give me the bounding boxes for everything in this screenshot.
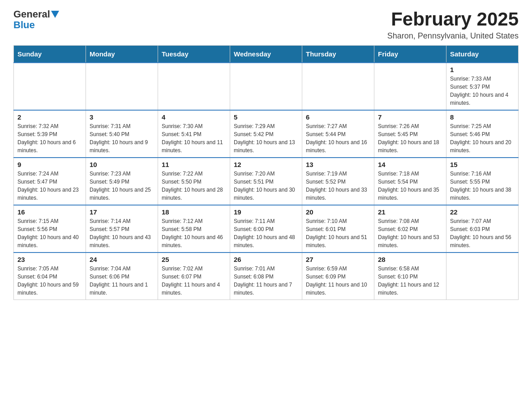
day-info: Sunrise: 7:18 AMSunset: 5:54 PMDaylight:…: [378, 170, 442, 202]
day-number: 24: [90, 256, 154, 263]
table-row: 9Sunrise: 7:24 AMSunset: 5:47 PMDaylight…: [14, 158, 86, 205]
day-number: 23: [17, 256, 82, 263]
table-row: [158, 63, 230, 110]
day-info: Sunrise: 6:58 AMSunset: 6:10 PMDaylight:…: [378, 265, 442, 297]
location-subtitle: Sharon, Pennsylvania, United States: [387, 31, 519, 41]
day-info: Sunrise: 7:26 AMSunset: 5:45 PMDaylight:…: [378, 122, 442, 154]
day-number: 25: [162, 256, 226, 263]
day-info: Sunrise: 7:14 AMSunset: 5:57 PMDaylight:…: [90, 217, 154, 249]
calendar-header-row: Sunday Monday Tuesday Wednesday Thursday…: [14, 46, 519, 63]
table-row: 17Sunrise: 7:14 AMSunset: 5:57 PMDayligh…: [86, 205, 158, 253]
day-info: Sunrise: 7:30 AMSunset: 5:41 PMDaylight:…: [162, 122, 226, 154]
table-row: 4Sunrise: 7:30 AMSunset: 5:41 PMDaylight…: [158, 110, 230, 158]
table-row: 26Sunrise: 7:01 AMSunset: 6:08 PMDayligh…: [230, 253, 302, 300]
day-number: 11: [162, 161, 226, 168]
calendar-week-row: 23Sunrise: 7:05 AMSunset: 6:04 PMDayligh…: [14, 253, 519, 300]
svg-marker-0: [51, 11, 59, 18]
table-row: [14, 63, 86, 110]
table-row: 13Sunrise: 7:19 AMSunset: 5:52 PMDayligh…: [302, 158, 374, 205]
table-row: 1Sunrise: 7:33 AMSunset: 5:37 PMDaylight…: [446, 63, 519, 110]
day-info: Sunrise: 7:20 AMSunset: 5:51 PMDaylight:…: [234, 170, 298, 202]
logo-arrow-icon: [51, 11, 59, 18]
day-info: Sunrise: 7:32 AMSunset: 5:39 PMDaylight:…: [17, 122, 82, 154]
day-info: Sunrise: 7:19 AMSunset: 5:52 PMDaylight:…: [306, 170, 370, 202]
day-number: 8: [450, 113, 515, 121]
calendar-week-row: 16Sunrise: 7:15 AMSunset: 5:56 PMDayligh…: [14, 205, 519, 253]
table-row: [446, 253, 519, 300]
day-number: 9: [17, 161, 82, 168]
page-header: General Blue February 2025 Sharon, Penns…: [13, 9, 519, 41]
day-number: 15: [450, 161, 515, 168]
table-row: 12Sunrise: 7:20 AMSunset: 5:51 PMDayligh…: [230, 158, 302, 205]
day-number: 5: [234, 113, 298, 121]
calendar-week-row: 2Sunrise: 7:32 AMSunset: 5:39 PMDaylight…: [14, 110, 519, 158]
day-number: 10: [90, 161, 154, 168]
logo-blue: Blue: [13, 19, 35, 30]
day-info: Sunrise: 7:24 AMSunset: 5:47 PMDaylight:…: [17, 170, 82, 202]
table-row: 25Sunrise: 7:02 AMSunset: 6:07 PMDayligh…: [158, 253, 230, 300]
table-row: 19Sunrise: 7:11 AMSunset: 6:00 PMDayligh…: [230, 205, 302, 253]
table-row: [230, 63, 302, 110]
table-row: 27Sunrise: 6:59 AMSunset: 6:09 PMDayligh…: [302, 253, 374, 300]
header-thursday: Thursday: [302, 46, 374, 63]
day-info: Sunrise: 7:04 AMSunset: 6:06 PMDaylight:…: [90, 265, 154, 297]
table-row: [86, 63, 158, 110]
table-row: 10Sunrise: 7:23 AMSunset: 5:49 PMDayligh…: [86, 158, 158, 205]
day-number: 19: [234, 208, 298, 216]
table-row: 14Sunrise: 7:18 AMSunset: 5:54 PMDayligh…: [374, 158, 446, 205]
month-title: February 2025: [387, 9, 519, 30]
day-number: 2: [17, 113, 82, 121]
day-number: 14: [378, 161, 442, 168]
table-row: 8Sunrise: 7:25 AMSunset: 5:46 PMDaylight…: [446, 110, 519, 158]
table-row: 6Sunrise: 7:27 AMSunset: 5:44 PMDaylight…: [302, 110, 374, 158]
table-row: 23Sunrise: 7:05 AMSunset: 6:04 PMDayligh…: [14, 253, 86, 300]
day-info: Sunrise: 7:08 AMSunset: 6:02 PMDaylight:…: [378, 217, 442, 249]
header-sunday: Sunday: [14, 46, 86, 63]
table-row: 28Sunrise: 6:58 AMSunset: 6:10 PMDayligh…: [374, 253, 446, 300]
table-row: 15Sunrise: 7:16 AMSunset: 5:55 PMDayligh…: [446, 158, 519, 205]
table-row: 16Sunrise: 7:15 AMSunset: 5:56 PMDayligh…: [14, 205, 86, 253]
calendar-week-row: 1Sunrise: 7:33 AMSunset: 5:37 PMDaylight…: [14, 63, 519, 110]
table-row: [302, 63, 374, 110]
day-number: 13: [306, 161, 370, 168]
header-friday: Friday: [374, 46, 446, 63]
table-row: 20Sunrise: 7:10 AMSunset: 6:01 PMDayligh…: [302, 205, 374, 253]
day-info: Sunrise: 7:22 AMSunset: 5:50 PMDaylight:…: [162, 170, 226, 202]
day-info: Sunrise: 7:15 AMSunset: 5:56 PMDaylight:…: [17, 217, 82, 249]
day-info: Sunrise: 7:02 AMSunset: 6:07 PMDaylight:…: [162, 265, 226, 297]
day-info: Sunrise: 7:05 AMSunset: 6:04 PMDaylight:…: [17, 265, 82, 297]
day-number: 1: [450, 66, 515, 73]
day-number: 18: [162, 208, 226, 216]
table-row: [374, 63, 446, 110]
day-info: Sunrise: 6:59 AMSunset: 6:09 PMDaylight:…: [306, 265, 370, 297]
day-number: 28: [378, 256, 442, 263]
day-info: Sunrise: 7:25 AMSunset: 5:46 PMDaylight:…: [450, 122, 515, 154]
day-number: 27: [306, 256, 370, 263]
day-number: 4: [162, 113, 226, 121]
day-info: Sunrise: 7:27 AMSunset: 5:44 PMDaylight:…: [306, 122, 370, 154]
day-number: 7: [378, 113, 442, 121]
table-row: 22Sunrise: 7:07 AMSunset: 6:03 PMDayligh…: [446, 205, 519, 253]
day-info: Sunrise: 7:33 AMSunset: 5:37 PMDaylight:…: [450, 75, 515, 107]
header-saturday: Saturday: [446, 46, 519, 63]
table-row: 21Sunrise: 7:08 AMSunset: 6:02 PMDayligh…: [374, 205, 446, 253]
day-number: 21: [378, 208, 442, 216]
day-info: Sunrise: 7:16 AMSunset: 5:55 PMDaylight:…: [450, 170, 515, 202]
day-number: 6: [306, 113, 370, 121]
table-row: 5Sunrise: 7:29 AMSunset: 5:42 PMDaylight…: [230, 110, 302, 158]
logo-general: General: [13, 9, 50, 20]
day-info: Sunrise: 7:29 AMSunset: 5:42 PMDaylight:…: [234, 122, 298, 154]
day-number: 22: [450, 208, 515, 216]
header-tuesday: Tuesday: [158, 46, 230, 63]
day-info: Sunrise: 7:07 AMSunset: 6:03 PMDaylight:…: [450, 217, 515, 249]
day-number: 3: [90, 113, 154, 121]
calendar-table: Sunday Monday Tuesday Wednesday Thursday…: [13, 45, 519, 300]
header-monday: Monday: [86, 46, 158, 63]
day-info: Sunrise: 7:12 AMSunset: 5:58 PMDaylight:…: [162, 217, 226, 249]
day-number: 12: [234, 161, 298, 168]
table-row: 24Sunrise: 7:04 AMSunset: 6:06 PMDayligh…: [86, 253, 158, 300]
header-wednesday: Wednesday: [230, 46, 302, 63]
table-row: 18Sunrise: 7:12 AMSunset: 5:58 PMDayligh…: [158, 205, 230, 253]
table-row: 7Sunrise: 7:26 AMSunset: 5:45 PMDaylight…: [374, 110, 446, 158]
table-row: 11Sunrise: 7:22 AMSunset: 5:50 PMDayligh…: [158, 158, 230, 205]
